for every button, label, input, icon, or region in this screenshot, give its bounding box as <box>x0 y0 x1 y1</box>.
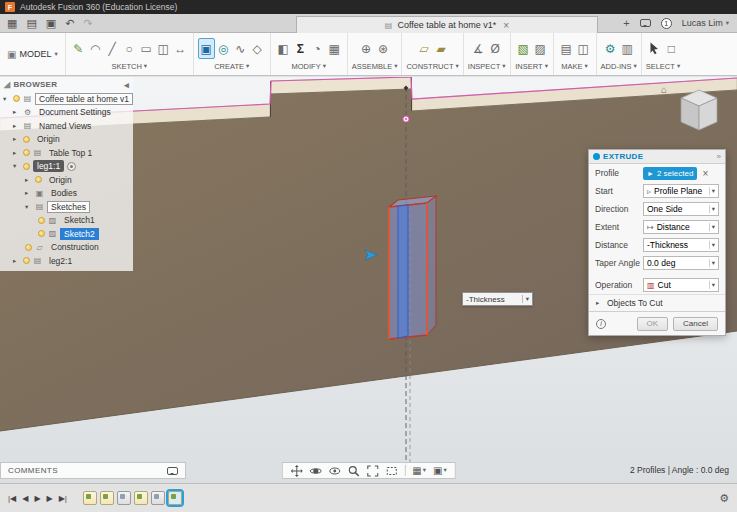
visibility-bulb-icon[interactable] <box>23 257 30 264</box>
browser-item-label[interactable]: Construction <box>47 241 103 253</box>
workspace-switcher[interactable]: ▣ MODEL ▾ <box>0 33 65 75</box>
create-menu[interactable]: CREATE ▾ <box>214 62 249 71</box>
visibility-bulb-icon[interactable] <box>38 230 45 237</box>
line-icon[interactable]: ╱ <box>104 38 121 59</box>
step-back-icon[interactable]: ◀ <box>22 494 28 503</box>
expand-caret-icon[interactable]: ▸ <box>13 122 20 130</box>
sketch-menu[interactable]: SKETCH ▾ <box>111 62 147 71</box>
browser-item-leg1[interactable]: ▾ leg1:1 <box>0 160 133 174</box>
make-icon[interactable]: ◫ <box>575 38 592 59</box>
shell-icon[interactable]: ◔ <box>309 38 326 59</box>
expand-caret-icon[interactable]: ▸ <box>13 108 20 116</box>
view-cube-graphic[interactable] <box>671 82 727 138</box>
create-sketch-icon[interactable]: ✎ <box>70 38 87 59</box>
construct-menu[interactable]: CONSTRUCT ▾ <box>406 62 458 71</box>
timeline-sketch-feature[interactable] <box>100 491 114 505</box>
dimension-icon[interactable]: ↔ <box>172 38 189 59</box>
expand-caret-icon[interactable]: ▾ <box>25 203 32 211</box>
browser-item-sketch2[interactable]: ▨ Sketch2 <box>0 227 133 241</box>
browser-item-bodies[interactable]: ▸ ▣ Bodies <box>0 187 133 201</box>
fit-icon[interactable] <box>366 465 378 477</box>
document-tab[interactable]: ▤ Coffee table at home v1* × <box>296 16 598 33</box>
info-icon[interactable]: i <box>596 319 606 329</box>
sweep-icon[interactable]: ∿ <box>232 38 249 59</box>
comment-icon[interactable] <box>640 19 651 27</box>
operation-dropdown[interactable]: ▥ Cut ▾ <box>643 278 719 292</box>
profile-selected-chip[interactable]: ► 2 selected <box>643 167 697 180</box>
attached-canvas-icon[interactable]: ▧ <box>515 38 532 59</box>
browser-item-label[interactable]: Coffee table at home v1 <box>35 93 133 105</box>
offset-plane-icon[interactable]: ▰ <box>433 38 450 59</box>
objects-to-cut-row[interactable]: ▸ Objects To Cut <box>589 294 725 311</box>
extent-dropdown[interactable]: ↦ Distance ▾ <box>643 220 719 234</box>
browser-item-label[interactable]: Sketch1 <box>60 214 99 226</box>
arc-icon[interactable]: ◠ <box>87 38 104 59</box>
expand-caret-icon[interactable]: ▸ <box>25 189 32 197</box>
browser-item-label[interactable]: Table Top 1 <box>45 147 96 159</box>
select-menu[interactable]: SELECT ▾ <box>646 62 680 71</box>
zoom-icon[interactable] <box>347 465 359 477</box>
browser-item-origin[interactable]: ▸ Origin <box>0 133 133 147</box>
visibility-bulb-icon[interactable] <box>13 95 20 102</box>
expand-caret-icon[interactable]: ▸ <box>596 299 603 307</box>
timeline-settings-gear-icon[interactable]: ⚙ <box>719 492 729 505</box>
home-view-icon[interactable]: ⌂ <box>661 84 667 95</box>
chevron-down-icon[interactable]: ▾ <box>709 241 715 249</box>
measure-icon[interactable]: ∡ <box>470 38 487 59</box>
as-built-joint-icon[interactable]: ⊛ <box>375 38 392 59</box>
browser-item-construction[interactable]: ▱ Construction <box>0 241 133 255</box>
browser-item-label[interactable]: Origin <box>45 174 76 186</box>
go-to-end-icon[interactable]: ▶| <box>59 494 67 503</box>
collapse-panel-icon[interactable]: ◂ <box>124 80 129 90</box>
timeline-active-sketch-feature[interactable] <box>168 491 182 505</box>
display-settings-dropdown[interactable]: ▣ ▾ <box>433 465 447 476</box>
close-tab-icon[interactable]: × <box>503 20 509 31</box>
addins-gear-icon[interactable]: ⚙ <box>602 38 619 59</box>
joint-icon[interactable]: ⊕ <box>358 38 375 59</box>
scripts-icon[interactable]: ▥ <box>619 38 636 59</box>
visibility-bulb-icon[interactable] <box>23 163 30 170</box>
go-to-start-icon[interactable]: |◀ <box>8 494 16 503</box>
dialog-header[interactable]: EXTRUDE » <box>589 150 725 164</box>
addins-menu[interactable]: ADD-INS ▾ <box>601 62 637 71</box>
expand-caret-icon[interactable]: ▸ <box>13 149 20 157</box>
timeline-extrude-feature[interactable] <box>117 491 131 505</box>
chevron-down-icon[interactable]: ▾ <box>709 259 715 267</box>
extrude-icon[interactable]: ▣ <box>198 38 215 59</box>
start-dropdown[interactable]: ▹ Profile Plane ▾ <box>643 184 719 198</box>
comment-bubble-icon[interactable] <box>167 467 178 475</box>
visibility-bulb-icon[interactable] <box>35 176 42 183</box>
make-menu[interactable]: MAKE ▾ <box>561 62 588 71</box>
expand-caret-icon[interactable]: ▾ <box>13 162 20 170</box>
play-icon[interactable]: ▶ <box>34 494 40 503</box>
clear-selection-icon[interactable]: × <box>702 168 708 179</box>
visibility-bulb-icon[interactable] <box>25 244 32 251</box>
browser-item-label[interactable]: leg1:1 <box>33 160 64 172</box>
notification-badge[interactable]: 1 <box>661 18 672 29</box>
browser-item-sketch1[interactable]: ▨ Sketch1 <box>0 214 133 228</box>
expand-caret-icon[interactable]: ▾ <box>3 95 10 103</box>
taper-angle-input[interactable]: 0.0 deg ▾ <box>643 256 719 270</box>
visibility-bulb-icon[interactable] <box>23 149 30 156</box>
chevron-down-icon[interactable]: ▾ <box>522 295 529 303</box>
expand-caret-icon[interactable]: ▸ <box>25 176 32 184</box>
browser-item-leg1-origin[interactable]: ▸ Origin <box>0 173 133 187</box>
loft-icon[interactable]: ◇ <box>249 38 266 59</box>
section-analysis-icon[interactable]: Ø <box>487 38 504 59</box>
parameters-icon[interactable]: Σ <box>292 38 309 59</box>
inspect-menu[interactable]: INSPECT ▾ <box>468 62 506 71</box>
pan-icon[interactable] <box>290 465 302 477</box>
cancel-button[interactable]: Cancel <box>673 317 718 331</box>
dialog-expand-icon[interactable]: » <box>717 152 721 161</box>
browser-item-sketches[interactable]: ▾ ▤ Sketches <box>0 200 133 214</box>
zoom-window-icon[interactable] <box>385 465 397 477</box>
revolve-icon[interactable]: ◎ <box>215 38 232 59</box>
expand-caret-icon[interactable]: ▸ <box>13 257 20 265</box>
undo-icon[interactable]: ↶ <box>65 17 74 30</box>
timeline-extrude-feature[interactable] <box>151 491 165 505</box>
distance-input-chip[interactable]: -Thickness ▾ <box>462 292 533 306</box>
browser-item-root[interactable]: ▾ ▤ Coffee table at home v1 <box>0 92 133 106</box>
new-document-icon[interactable]: + <box>623 17 629 29</box>
press-pull-icon[interactable]: ◧ <box>275 38 292 59</box>
insert-mesh-icon[interactable]: ▨ <box>532 38 549 59</box>
